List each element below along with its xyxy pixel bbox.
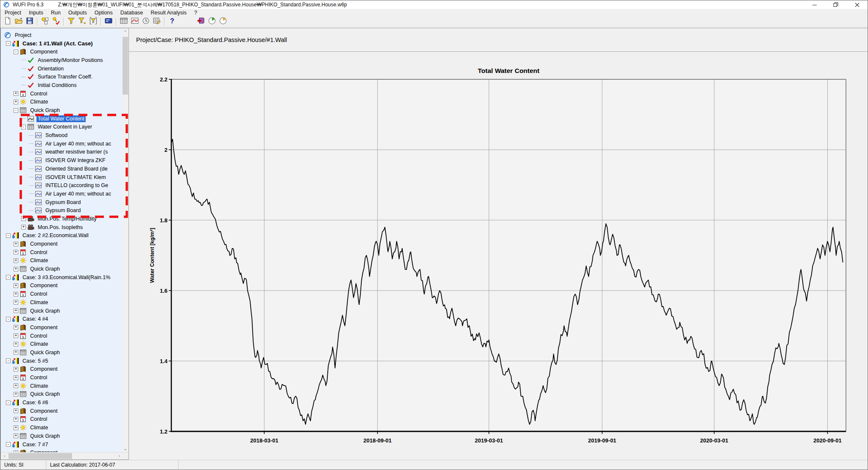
expand-icon[interactable]: + (14, 350, 18, 355)
expand-icon[interactable]: + (14, 392, 18, 397)
collapse-icon[interactable]: - (6, 442, 11, 447)
tree-item-intello-according-to-ge[interactable]: INTELLO (according to Ge (1, 181, 122, 190)
new-project-button[interactable] (2, 17, 13, 27)
tree-item-mon-pos-isopleths[interactable]: +Mon.Pos. Isopleths (1, 223, 122, 232)
tree-item-case-3-3-economical-wall-rain-1[interactable]: -Case: 3 #3.Economical.Wall(Rain.1% (1, 273, 122, 282)
tree-item-control[interactable]: +1Control (1, 90, 122, 98)
expand-icon[interactable]: + (14, 283, 18, 288)
tree-vertical-scrollbar[interactable]: ⌃ ⌄ (122, 28, 128, 452)
tree-item-climate[interactable]: +Climate (1, 340, 122, 348)
tree-item-control[interactable]: +1Control (1, 290, 122, 298)
expand-icon[interactable]: + (14, 333, 18, 338)
material-database-button[interactable] (195, 17, 207, 27)
menu-result-analysis[interactable]: Result Analysis (147, 9, 190, 16)
tree-item-component[interactable]: +Component (1, 407, 122, 415)
tree-item-orientation[interactable]: Orientation (1, 64, 122, 73)
tree-item-quick-graph[interactable]: +Quick Graph (1, 432, 122, 440)
tree-item-assembly-monitor-positions[interactable]: Assembly/Monitor Positions (1, 56, 122, 64)
collapse-icon[interactable]: - (6, 317, 11, 322)
tree-item-quick-graph[interactable]: +Quick Graph (1, 307, 122, 315)
collapse-icon[interactable]: - (14, 108, 18, 113)
tree-item-surface-transfer-coeff[interactable]: Surface Transfer Coeff. (1, 73, 122, 81)
help-button[interactable]: ? (167, 17, 178, 27)
tree-item-component[interactable]: +Component (1, 448, 122, 452)
tree-item-project[interactable]: Project (1, 31, 122, 39)
save-project-button[interactable] (24, 17, 35, 27)
tree-item-case-2-2-economical-wall[interactable]: -Case: 2 #2.Economical.Wall (1, 232, 122, 240)
expand-icon[interactable]: + (14, 242, 18, 246)
expand-icon[interactable]: + (14, 250, 18, 255)
tree-item-control[interactable]: +1Control (1, 248, 122, 257)
expand-icon[interactable]: + (14, 267, 18, 271)
minimize-button[interactable] (804, 0, 825, 9)
expand-icon[interactable]: + (14, 434, 18, 438)
collapse-icon[interactable]: - (6, 358, 11, 363)
expand-icon[interactable]: + (14, 417, 18, 422)
status-clock-button[interactable] (140, 17, 151, 27)
tree-item-climate[interactable]: +Climate (1, 298, 122, 307)
tree-item-case-4-4[interactable]: -Case: 4 #4 (1, 315, 122, 323)
tree-item-component[interactable]: +Component (1, 365, 122, 374)
horizontal-scroll-thumb[interactable] (8, 453, 72, 459)
tree-item-quick-graph[interactable]: -Quick Graph (1, 106, 122, 115)
tree-item-control[interactable]: +1Control (1, 373, 122, 382)
expand-icon[interactable]: + (14, 425, 18, 430)
tree-item-climate[interactable]: +Climate (1, 257, 122, 265)
scroll-right-icon[interactable]: › (116, 453, 123, 459)
quick-graph-button[interactable] (118, 17, 129, 27)
tree-item-oriented-strand-board-de[interactable]: Oriented Strand Board (de (1, 165, 122, 173)
tree-item-case-6-6[interactable]: -Case: 6 #6 (1, 398, 122, 407)
expand-icon[interactable]: + (14, 300, 18, 305)
expand-icon[interactable]: + (14, 258, 18, 263)
expand-icon[interactable]: + (14, 408, 18, 413)
tree-item-climate[interactable]: +Climate (1, 382, 122, 390)
case-browser-button[interactable] (39, 17, 50, 27)
wufi-green-button[interactable] (207, 17, 218, 27)
expand-icon[interactable]: + (14, 375, 18, 380)
tree-item-control[interactable]: +1Control (1, 415, 122, 424)
collapse-icon[interactable]: - (6, 400, 11, 405)
open-project-button[interactable] (13, 17, 24, 27)
tree-item-component[interactable]: -Component (1, 48, 122, 56)
tree-item-initial-conditions[interactable]: Initial Conditions (1, 81, 122, 90)
pin-case-button[interactable] (50, 17, 61, 27)
tree-item-quick-graph[interactable]: +Quick Graph (1, 390, 122, 399)
expand-icon[interactable]: + (14, 367, 18, 372)
tree-horizontal-scrollbar[interactable]: ‹ › (1, 452, 128, 459)
tree-item-case-5-5[interactable]: -Case: 5 #5 (1, 357, 122, 365)
stop-calculation-button[interactable] (88, 17, 99, 27)
expand-icon[interactable]: + (14, 91, 18, 96)
tree-item-component[interactable]: +Component (1, 282, 122, 290)
tree-item-air-layer-40-mm-without-ac[interactable]: Air Layer 40 mm; without ac (1, 140, 122, 148)
expand-icon[interactable]: + (14, 383, 18, 388)
scroll-down-icon[interactable]: ⌄ (122, 445, 128, 452)
restore-button[interactable] (825, 0, 846, 9)
tree-item-case-1-1-wall-act-case[interactable]: -Case: 1 #1.Wall (Act. Case) (1, 39, 122, 48)
run-all-cases-button[interactable] (77, 17, 88, 27)
menu-project[interactable]: Project (0, 9, 25, 16)
expand-icon[interactable]: + (21, 225, 26, 229)
tree-item-mon-pos-temp-humidity[interactable]: +Mon.Pos. Temp/Humidity (1, 215, 122, 223)
tree-item-case-7-7[interactable]: -Case: 7 #7 (1, 440, 122, 449)
tree-item-weather-resistive-barrier-s[interactable]: weather resistive barrier (s (1, 148, 122, 157)
scroll-up-icon[interactable]: ⌃ (122, 28, 128, 36)
close-button[interactable] (846, 0, 868, 9)
expand-icon[interactable]: + (14, 100, 18, 104)
tree-item-climate[interactable]: +Climate (1, 98, 122, 106)
titlebar[interactable]: WUFI Pro 6.3 Z:₩개인₩이정훈₩01_WUFI₩01_분석사례₩1… (0, 0, 868, 9)
menu-database[interactable]: Database (117, 9, 147, 16)
report-button[interactable] (151, 17, 162, 27)
tree-item-climate[interactable]: +Climate (1, 423, 122, 432)
expand-icon[interactable]: + (14, 325, 18, 330)
run-calculation-button[interactable] (66, 17, 77, 27)
collapse-icon[interactable]: - (6, 275, 11, 280)
tree-item-isover-ultimate-klem[interactable]: ISOVER ULTIMATE Klem (1, 173, 122, 182)
collapse-icon[interactable]: - (14, 50, 18, 54)
expand-icon[interactable]: + (14, 292, 18, 297)
expand-icon[interactable]: + (21, 216, 26, 221)
menu-help[interactable]: ? (190, 9, 201, 16)
expand-icon[interactable]: + (14, 308, 18, 313)
tree-item-component[interactable]: +Component (1, 240, 122, 248)
tree-item-quick-graph[interactable]: +Quick Graph (1, 265, 122, 273)
film-viewer-button[interactable] (103, 17, 114, 27)
